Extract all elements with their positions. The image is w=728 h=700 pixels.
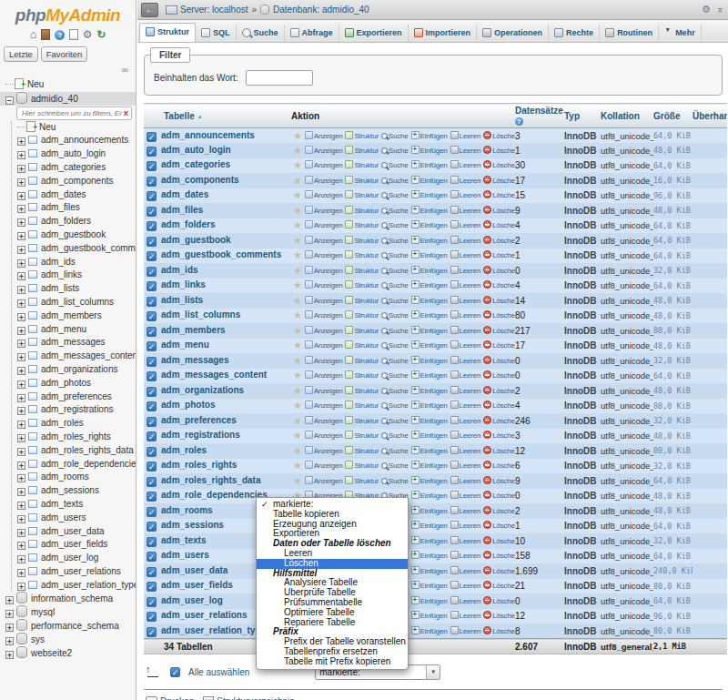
action-suche[interactable]: Suche (381, 311, 409, 320)
action-löschen[interactable]: Löschen (483, 161, 515, 169)
breadcrumb-database-link[interactable]: Datenbank: admidio_40 (273, 5, 369, 15)
action-suche[interactable]: Suche (381, 477, 409, 485)
action-löschen[interactable]: Löschen (483, 417, 515, 425)
action-anzeigen[interactable]: Anzeigen (305, 161, 343, 169)
row-checkbox[interactable]: ✓ (147, 582, 157, 592)
action-leeren[interactable]: Leeren (450, 431, 481, 440)
action-leeren[interactable]: Leeren (450, 401, 481, 410)
expand-box-icon[interactable]: + (17, 353, 25, 361)
tree-item-new[interactable]: Neu (0, 78, 136, 92)
table-name-link[interactable]: adm_list_columns (161, 309, 240, 320)
action-einfügen[interactable]: Einfügen (411, 537, 448, 545)
action-leeren[interactable]: Leeren (450, 387, 481, 395)
menu-item-hilfsmittel[interactable]: Hilfsmittel (257, 569, 408, 579)
collation-cell[interactable]: utf8_unicode_ci (601, 563, 653, 579)
table-name-link[interactable]: adm_user_log (161, 595, 223, 605)
tree-item-adm_texts[interactable]: +adm_texts (12, 498, 136, 512)
check-all-checkbox[interactable]: ✓ (170, 667, 180, 677)
collation-cell[interactable]: utf8_unicode_ci (601, 158, 653, 174)
action-löschen[interactable]: Löschen (483, 462, 515, 470)
table-name-link[interactable]: adm_announcements (161, 130, 255, 140)
expand-box-icon[interactable]: + (17, 488, 25, 496)
phpmyadmin-logo[interactable]: phpMyAdmin (0, 0, 136, 25)
action-suche[interactable]: Suche (381, 251, 409, 259)
expand-box-icon[interactable]: + (17, 259, 25, 268)
action-leeren[interactable]: Leeren (450, 237, 481, 245)
action-einfügen[interactable]: Einfügen (411, 161, 448, 169)
action-löschen[interactable]: Löschen (483, 221, 515, 229)
favorite-star-icon[interactable]: ★ (293, 279, 302, 290)
collation-cell[interactable]: utf8_unicode_ci (601, 459, 653, 474)
action-suche[interactable]: Suche (381, 462, 409, 470)
row-checkbox[interactable]: ✓ (147, 207, 157, 217)
expand-box-icon[interactable]: + (17, 421, 25, 429)
favorite-star-icon[interactable]: ★ (293, 159, 302, 170)
tree-item-adm_rooms[interactable]: +adm_rooms (12, 471, 136, 484)
header-overhead[interactable]: Überhang (693, 104, 727, 128)
action-suche[interactable]: Suche (381, 267, 409, 275)
collation-cell[interactable]: utf8_unicode_ci (601, 339, 653, 354)
collation-cell[interactable]: utf8_unicode_ci (601, 413, 653, 429)
action-leeren[interactable]: Leeren (450, 371, 481, 380)
tree-item-adm_menu[interactable]: +adm_menu (12, 323, 136, 337)
reload-icon[interactable]: ↻ (96, 29, 106, 40)
collapse-sidebar-button[interactable]: ← (141, 3, 158, 17)
action-struktur[interactable]: Struktur (345, 191, 378, 199)
action-anzeigen[interactable]: Anzeigen (305, 327, 343, 335)
header-collation[interactable]: Kollation (601, 104, 653, 128)
action-leeren[interactable]: Leeren (450, 327, 481, 335)
table-name-link[interactable]: adm_users (161, 550, 209, 560)
docs-icon[interactable] (69, 29, 78, 40)
tree-item-sys[interactable]: +sys (0, 633, 136, 646)
scroll-top-icon[interactable]: ⌅ (716, 4, 724, 15)
action-struktur[interactable]: Struktur (345, 417, 378, 425)
expand-box-icon[interactable]: + (17, 515, 25, 523)
tree-item-adm_members[interactable]: +adm_members (12, 309, 136, 323)
table-name-link[interactable]: adm_preferences (161, 415, 237, 425)
action-struktur[interactable]: Struktur (345, 371, 378, 380)
tree-item-adm_ids[interactable]: +adm_ids (12, 256, 136, 269)
action-leeren[interactable]: Leeren (450, 462, 481, 470)
action-einfügen[interactable]: Einfügen (411, 552, 448, 560)
tree-item-adm_sessions[interactable]: +adm_sessions (12, 484, 136, 498)
row-checkbox[interactable]: ✓ (147, 612, 157, 622)
row-checkbox[interactable]: ✓ (147, 507, 157, 517)
action-einfügen[interactable]: Einfügen (411, 387, 448, 395)
menu-item-tabelle-kopieren[interactable]: Tabelle kopieren (257, 510, 408, 520)
menu-item-daten-oder-tabelle-löschen[interactable]: Daten oder Tabelle löschen (257, 539, 408, 549)
tree-item-adm_dates[interactable]: +adm_dates (12, 188, 136, 202)
table-name-link[interactable]: adm_categories (161, 159, 230, 169)
favorite-star-icon[interactable]: ★ (293, 400, 302, 411)
action-struktur[interactable]: Struktur (345, 281, 378, 289)
menu-item-erzeugung-anzeigen[interactable]: Erzeugung anzeigen (257, 520, 408, 530)
action-anzeigen[interactable]: Anzeigen (305, 297, 343, 305)
action-löschen[interactable]: Löschen (483, 507, 515, 515)
row-checkbox[interactable]: ✓ (147, 537, 157, 547)
home-icon[interactable]: ⌂ (30, 29, 37, 40)
action-anzeigen[interactable]: Anzeigen (305, 281, 343, 289)
action-einfügen[interactable]: Einfügen (411, 597, 448, 605)
expand-box-icon[interactable]: + (17, 272, 25, 280)
expand-box-icon[interactable]: + (17, 313, 25, 321)
action-suche[interactable]: Suche (381, 161, 409, 169)
collation-cell[interactable]: utf8_unicode_ci (601, 203, 653, 218)
expand-box-icon[interactable]: + (5, 624, 14, 632)
header-size[interactable]: Größe (653, 104, 693, 128)
action-löschen[interactable]: Löschen (483, 567, 515, 575)
expand-box-icon[interactable]: + (17, 448, 25, 456)
collation-cell[interactable]: utf8_unicode_ci (601, 188, 653, 204)
row-checkbox[interactable]: ✓ (147, 161, 157, 171)
expand-box-icon[interactable]: + (17, 407, 25, 415)
action-leeren[interactable]: Leeren (450, 311, 481, 320)
action-struktur[interactable]: Struktur (345, 132, 378, 140)
expand-box-icon[interactable]: + (17, 151, 25, 159)
action-löschen[interactable]: Löschen (483, 371, 515, 380)
tree-item-adm_components[interactable]: +adm_components (12, 175, 136, 188)
action-einfügen[interactable]: Einfügen (411, 612, 448, 620)
menu-item-prefix-der-tabelle-voranstellen[interactable]: Prefix der Tabelle voranstellen (257, 637, 408, 647)
expand-box-icon[interactable]: + (17, 529, 25, 537)
collation-cell[interactable]: utf8_unicode_ci (601, 593, 653, 609)
row-checkbox[interactable]: ✓ (147, 597, 157, 607)
action-löschen[interactable]: Löschen (483, 582, 515, 590)
action-löschen[interactable]: Löschen (483, 537, 515, 545)
